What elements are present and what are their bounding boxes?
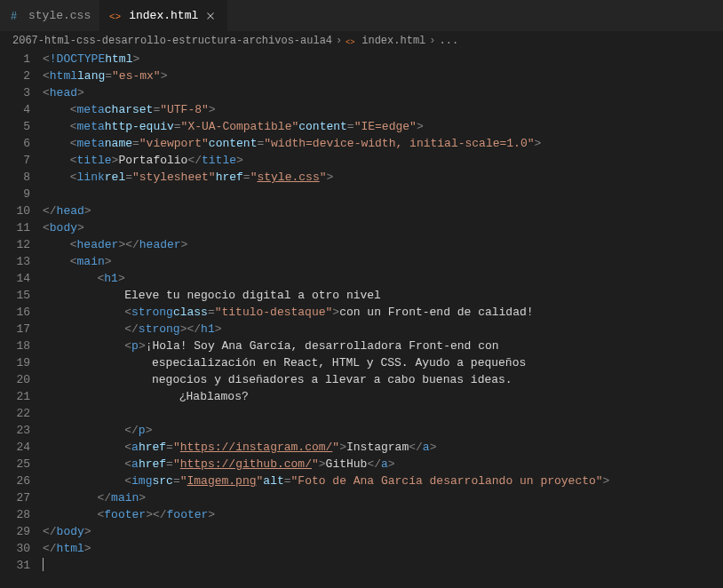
- chevron-right-icon: ›: [429, 35, 435, 47]
- chevron-right-icon: ›: [336, 35, 342, 47]
- tab-index-html[interactable]: <> index.html: [100, 0, 227, 31]
- line-gutter: 1234567891011121314151617181920212223242…: [0, 51, 43, 574]
- tab-style-css[interactable]: # style.css: [0, 0, 100, 31]
- tab-label: index.html: [129, 9, 198, 22]
- css-file-icon: #: [9, 9, 23, 23]
- breadcrumb-extra: ...: [439, 35, 458, 47]
- breadcrumb-file: index.html: [362, 35, 425, 47]
- svg-text:<>: <>: [109, 12, 121, 22]
- close-icon[interactable]: [203, 9, 218, 23]
- code-editor[interactable]: 1234567891011121314151617181920212223242…: [0, 51, 723, 574]
- editor-tabs: # style.css <> index.html: [0, 0, 723, 31]
- tab-label: style.css: [28, 9, 91, 22]
- breadcrumb[interactable]: 2067-html-css-desarrollo-estructura-arch…: [0, 31, 723, 51]
- code-area[interactable]: <!DOCTYPE html><html lang="es-mx"><head>…: [43, 51, 723, 574]
- svg-text:<>: <>: [346, 38, 355, 47]
- breadcrumb-folder: 2067-html-css-desarrollo-estructura-arch…: [12, 35, 332, 47]
- svg-text:#: #: [11, 11, 17, 23]
- html-file-icon: <>: [346, 35, 358, 47]
- html-file-icon: <>: [109, 9, 123, 23]
